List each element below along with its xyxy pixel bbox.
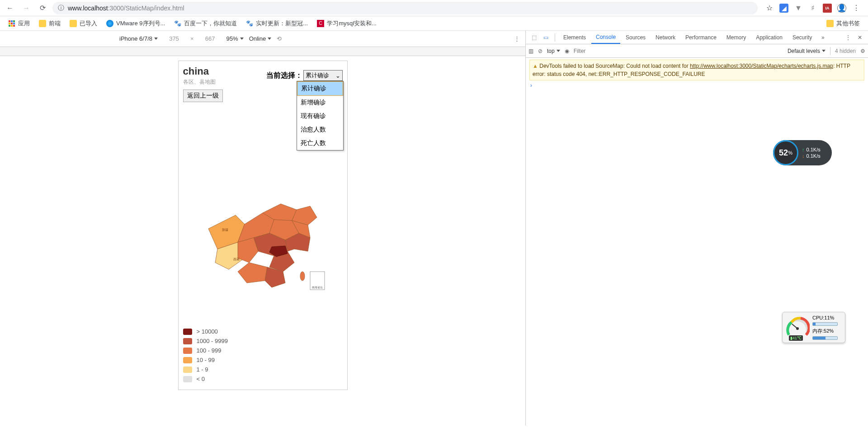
bookmark-folder-1[interactable]: 已导入 bbox=[66, 18, 101, 29]
bookmark-4[interactable]: 🐾实时更新：新型冠... bbox=[242, 18, 311, 29]
console-prompt[interactable]: › bbox=[529, 80, 864, 90]
tab-elements[interactable]: Elements bbox=[559, 32, 590, 43]
gear-icon[interactable]: ⚙ bbox=[860, 48, 865, 54]
svg-rect-7 bbox=[11, 25, 13, 27]
tab-application[interactable]: Application bbox=[751, 32, 787, 43]
bookmark-5[interactable]: C学习mysql安装和... bbox=[313, 18, 380, 29]
bookmark-folder-0[interactable]: 前端 bbox=[35, 18, 64, 29]
svg-point-9 bbox=[300, 272, 305, 281]
legend-item: 10 - 99 bbox=[183, 357, 343, 363]
eye-icon[interactable]: ◉ bbox=[565, 48, 569, 54]
svg-rect-3 bbox=[9, 23, 10, 24]
svg-rect-4 bbox=[11, 23, 13, 24]
bookmark-2[interactable]: VMware 9序列号... bbox=[103, 18, 169, 29]
dropdown-option-2[interactable]: 现有确诊 bbox=[297, 109, 343, 123]
devtools-panel: ⬚ ▭ Elements Console Sources Network Per… bbox=[525, 31, 868, 426]
menu-icon[interactable]: ⋮ bbox=[852, 4, 861, 13]
profile-icon[interactable]: 👤 bbox=[837, 4, 846, 13]
baidu-icon: 🐾 bbox=[174, 20, 181, 27]
dropdown-option-3[interactable]: 治愈人数 bbox=[297, 123, 343, 136]
extension-icon-3[interactable]: ♯ bbox=[808, 4, 817, 13]
chevron-down-icon bbox=[240, 38, 244, 40]
width-input[interactable]: 375 bbox=[163, 35, 185, 42]
settings-icon[interactable]: ⋮ bbox=[843, 34, 854, 41]
cpu-label: CPU:11% bbox=[812, 315, 838, 320]
net-percent-circle: 52% bbox=[773, 140, 798, 165]
svg-rect-0 bbox=[9, 20, 10, 22]
height-input[interactable]: 667 bbox=[199, 35, 221, 42]
legend-item: 1 - 9 bbox=[183, 366, 343, 373]
legend-item: 1000 - 9999 bbox=[183, 338, 343, 344]
zoom-selector[interactable]: 95% bbox=[226, 35, 244, 42]
legend-swatch bbox=[183, 376, 192, 382]
svg-text:南海诸岛: 南海诸岛 bbox=[312, 286, 323, 289]
legend-item: < 0 bbox=[183, 376, 343, 382]
apps-button[interactable]: 应用 bbox=[5, 18, 33, 29]
apps-icon bbox=[8, 20, 15, 27]
baidu-icon: 🐾 bbox=[246, 20, 253, 27]
network-speed-widget[interactable]: 52% ↑0.1K/s ↓0.1K/s bbox=[773, 140, 832, 165]
bookmark-3[interactable]: 🐾百度一下，你就知道 bbox=[170, 18, 241, 29]
inspect-icon[interactable]: ⬚ bbox=[528, 34, 539, 41]
forward-button[interactable]: → bbox=[20, 2, 33, 14]
legend-item: 100 - 999 bbox=[183, 347, 343, 354]
metric-dropdown: 累计确诊 新增确诊 现有确诊 治愈人数 死亡人数 bbox=[297, 81, 344, 150]
selector-label: 当前选择： bbox=[266, 71, 302, 80]
extension-icon-4[interactable]: IA bbox=[823, 4, 832, 13]
cpu-memory-widget[interactable]: CPU:11% 内存:52% ▮41℃ bbox=[782, 312, 845, 343]
tab-console[interactable]: Console bbox=[591, 31, 620, 44]
china-map[interactable]: 南海诸岛 新疆 西藏 bbox=[183, 183, 343, 301]
metric-select[interactable]: 累计确诊 ⌄ bbox=[303, 70, 343, 81]
site-info-icon[interactable]: ⓘ bbox=[58, 4, 64, 12]
tab-network[interactable]: Network bbox=[651, 32, 680, 43]
device-selector[interactable]: iPhone 6/7/8 bbox=[119, 35, 158, 42]
tab-sources[interactable]: Sources bbox=[621, 32, 650, 43]
filter-input[interactable] bbox=[574, 48, 783, 54]
tab-security[interactable]: Security bbox=[788, 32, 816, 43]
dropdown-option-1[interactable]: 新增确诊 bbox=[297, 96, 343, 109]
console-sidebar-icon[interactable]: ▥ bbox=[528, 48, 533, 54]
device-mode-icon[interactable]: ▭ bbox=[540, 34, 551, 41]
svg-rect-5 bbox=[13, 23, 15, 24]
extension-icon-1[interactable]: ◢ bbox=[779, 4, 788, 13]
dropdown-option-0[interactable]: 累计确诊 bbox=[297, 81, 343, 96]
svg-rect-8 bbox=[13, 25, 15, 27]
ruler bbox=[0, 47, 525, 56]
console-toolbar: ▥ ⊘ top ◉ Default levels 4 hidden ⚙ bbox=[526, 44, 868, 58]
svg-rect-2 bbox=[13, 20, 15, 22]
folder-icon bbox=[70, 20, 77, 27]
sourcemap-link[interactable]: http://www.localhost:3000/StaticMap/echa… bbox=[690, 63, 833, 69]
browser-nav-bar: ← → ⟳ ⓘ www.localhost:3000/StaticMap/ind… bbox=[0, 0, 868, 16]
svg-text:西藏: 西藏 bbox=[233, 258, 240, 261]
levels-select[interactable]: Default levels bbox=[788, 48, 826, 54]
mem-bar bbox=[812, 336, 838, 340]
map-svg: 南海诸岛 新疆 西藏 bbox=[195, 188, 330, 296]
throttle-selector[interactable]: Online bbox=[249, 35, 272, 42]
back-level-button[interactable]: 返回上一级 bbox=[183, 89, 223, 102]
close-devtools-icon[interactable]: ✕ bbox=[854, 34, 865, 41]
svg-point-15 bbox=[796, 327, 799, 330]
map-legend: > 10000 1000 - 9999 100 - 999 10 - 99 1 … bbox=[183, 328, 343, 382]
device-viewport: china 各区、县地图 返回上一级 当前选择： 累计确诊 ⌄ 累计确诊 新增确… bbox=[178, 61, 348, 390]
legend-swatch bbox=[183, 338, 192, 344]
tab-performance[interactable]: Performance bbox=[681, 32, 721, 43]
tab-memory[interactable]: Memory bbox=[722, 32, 750, 43]
temp-badge: ▮41℃ bbox=[789, 335, 803, 341]
reload-button[interactable]: ⟳ bbox=[36, 2, 49, 14]
context-select[interactable]: top bbox=[547, 48, 560, 54]
clear-console-icon[interactable]: ⊘ bbox=[538, 48, 542, 54]
console-output: ▲ DevTools failed to load SourceMap: Cou… bbox=[526, 58, 868, 426]
other-bookmarks[interactable]: 其他书签 bbox=[823, 18, 863, 29]
apps-label: 应用 bbox=[18, 19, 30, 28]
svg-rect-6 bbox=[9, 25, 10, 27]
star-icon[interactable]: ☆ bbox=[765, 4, 774, 13]
more-tabs-icon[interactable]: » bbox=[817, 34, 828, 41]
rotate-icon[interactable]: ⟲ bbox=[277, 35, 282, 42]
legend-swatch bbox=[183, 357, 192, 363]
extension-icon-2[interactable]: ▼ bbox=[794, 4, 803, 13]
more-icon[interactable]: ⋮ bbox=[514, 35, 520, 42]
back-button[interactable]: ← bbox=[4, 2, 16, 14]
dropdown-option-4[interactable]: 死亡人数 bbox=[297, 136, 343, 150]
address-bar[interactable]: ⓘ www.localhost:3000/StaticMap/index.htm… bbox=[52, 2, 758, 14]
chevron-down-icon bbox=[557, 50, 560, 52]
